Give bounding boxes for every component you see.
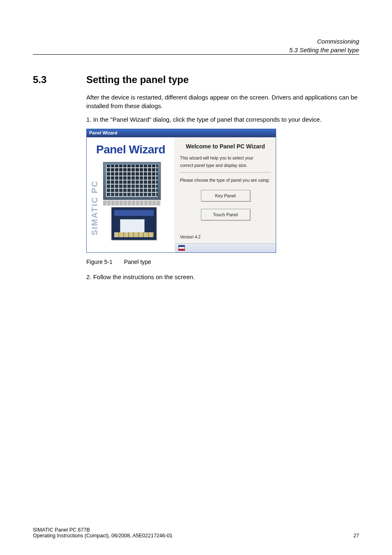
figure-number: Figure 5-1	[86, 259, 113, 265]
choose-prompt: Please choose the type of panel you are …	[180, 178, 271, 183]
device-illustrations	[103, 162, 171, 249]
section-title: Setting the panel type	[86, 74, 189, 86]
section-number: 5.3	[33, 74, 86, 86]
key-panel-button[interactable]: Key Panel	[201, 190, 250, 201]
device-keys-strip	[103, 201, 161, 206]
section-heading: 5.3 Setting the panel type	[33, 74, 359, 86]
version-label: Version 4.2	[180, 235, 271, 239]
panel-wizard-dialog: Panel Wizard Panel Wizard SIMATIC PC Wel…	[86, 129, 276, 253]
page-footer: SIMATIC Panel PC 677B Operating Instruct…	[33, 527, 359, 539]
step-1: 1. In the "Panel Wizard" dialog, click t…	[86, 115, 359, 124]
dialog-right-panel: Welcome to Panel PC Wizard This wizard w…	[175, 137, 276, 252]
chapter-name: Commissioning	[289, 37, 359, 46]
panel-wizard-logo: Panel Wizard	[87, 137, 175, 159]
simatic-pc-brand: SIMATIC PC	[89, 166, 100, 249]
body-text-2: 2. Follow the instructions on the screen…	[86, 273, 359, 281]
welcome-title: Welcome to Panel PC Wizard	[180, 143, 271, 150]
divider	[180, 172, 271, 173]
help-text-line1: This wizard will help you to select your	[180, 155, 271, 161]
body-text: After the device is restarted, different…	[86, 93, 359, 124]
panel-wizard-screenshot: Panel Wizard Panel Wizard SIMATIC PC Wel…	[86, 129, 359, 253]
header-rule	[33, 54, 359, 55]
footer-docinfo: Operating Instructions (Compact), 06/200…	[33, 533, 359, 539]
figure-title: Panel type	[124, 259, 151, 265]
figure-caption: Figure 5-1 Panel type	[86, 259, 359, 265]
dialog-titlebar: Panel Wizard	[87, 129, 276, 137]
touch-panel-button[interactable]: Touch Panel	[201, 209, 250, 220]
footer-product: SIMATIC Panel PC 677B	[33, 527, 359, 533]
device-image-key-panel	[103, 162, 161, 200]
running-header: Commissioning 5.3 Setting the panel type	[289, 37, 359, 54]
device-image-touch-panel	[111, 207, 157, 240]
help-text-line2: correct panel type and display size.	[180, 163, 271, 169]
intro-paragraph: After the device is restarted, different…	[86, 93, 359, 110]
subsection-name: 5.3 Setting the panel type	[289, 46, 359, 54]
language-flag-icon[interactable]	[178, 245, 185, 251]
dialog-left-panel: Panel Wizard SIMATIC PC	[87, 137, 175, 252]
status-bar	[175, 243, 276, 252]
page-number: 27	[353, 533, 359, 539]
step-2: 2. Follow the instructions on the screen…	[86, 273, 359, 281]
